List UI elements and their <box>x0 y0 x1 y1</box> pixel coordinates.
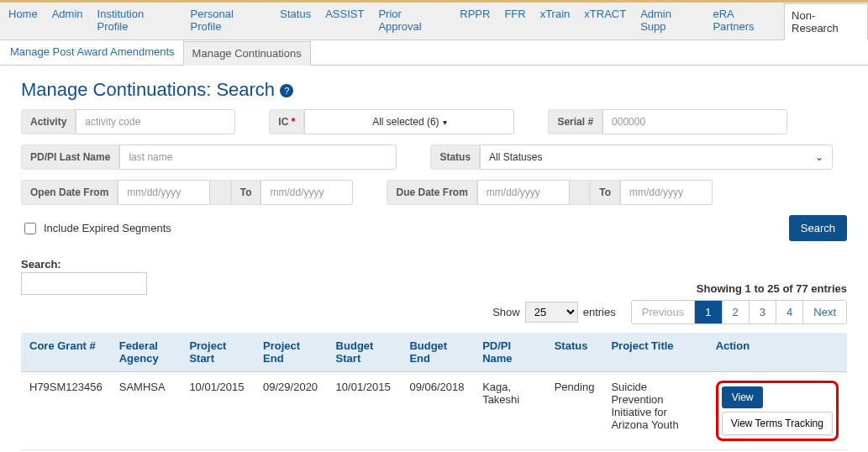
page-size-select[interactable]: 25 <box>525 302 578 323</box>
search-button[interactable]: Search <box>789 215 847 241</box>
top-tab-assist[interactable]: ASSIST <box>318 3 371 39</box>
sub-tabs: Manage Post Award AmendmentsManage Conti… <box>0 40 868 66</box>
top-tab-xtrain[interactable]: xTrain <box>534 3 578 39</box>
col-project-start[interactable]: Project Start <box>181 333 255 372</box>
top-tab-personal-profile[interactable]: Personal Profile <box>184 3 274 39</box>
include-expired-text: Include Expired Segments <box>44 222 171 234</box>
local-search-label: Search: <box>21 258 147 271</box>
col-project-title[interactable]: Project Title <box>602 333 707 372</box>
col-action[interactable]: Action <box>708 333 847 372</box>
serial-input[interactable] <box>602 109 787 134</box>
calendar-icon[interactable] <box>210 180 230 205</box>
ic-dropdown[interactable]: All selected (6) <box>304 109 514 134</box>
pagination-page-1[interactable]: 1 <box>695 301 722 323</box>
calendar-icon[interactable] <box>570 180 590 205</box>
top-tab-admin[interactable]: Admin <box>45 3 91 39</box>
top-tab-institution-profile[interactable]: Institution Profile <box>91 3 184 39</box>
cell: SAMHSA <box>111 372 181 450</box>
pagination: Previous1234Next <box>631 300 847 324</box>
view-button[interactable]: View <box>722 386 764 408</box>
pagination-previous[interactable]: Previous <box>632 301 696 323</box>
cell: H79SM123456 <box>21 372 111 450</box>
status-label: Status <box>430 145 480 170</box>
top-tab-rppr[interactable]: RPPR <box>453 3 497 39</box>
top-tab-prior-approval[interactable]: Prior Approval <box>371 3 453 39</box>
activity-input[interactable] <box>76 109 235 134</box>
cell: 09/06/2018 <box>401 372 474 450</box>
cell: Suicide Prevention Initiative for Arizon… <box>602 372 707 450</box>
cell: Kaga, Takeshi <box>474 372 546 450</box>
pdpi-label: PD/PI Last Name <box>21 145 119 170</box>
pagination-next[interactable]: Next <box>803 301 846 323</box>
due-date-to-input[interactable] <box>620 180 713 205</box>
page-title: Manage Continuations: Search ? <box>21 79 847 101</box>
help-icon[interactable]: ? <box>280 84 293 97</box>
pagination-page-3[interactable]: 3 <box>750 301 776 323</box>
due-date-from-label: Due Date From <box>387 180 476 205</box>
cell: Pending <box>546 372 603 450</box>
top-tab-xtract[interactable]: xTRACT <box>577 3 634 39</box>
action-cell: ViewView Terms Tracking <box>708 372 847 450</box>
top-tab-ffr[interactable]: FFR <box>497 3 533 39</box>
include-expired-checkbox[interactable] <box>24 223 36 234</box>
due-date-from-input[interactable] <box>477 180 570 205</box>
col-project-end[interactable]: Project End <box>255 333 328 372</box>
col-federal-agency[interactable]: Federal Agency <box>111 333 181 372</box>
cell: 09/29/2020 <box>255 372 328 450</box>
show-label: Show <box>492 306 520 318</box>
status-selected-value: All Statuses <box>489 151 542 163</box>
col-budget-end[interactable]: Budget End <box>401 333 474 372</box>
results-summary: Showing 1 to 25 of 77 entries <box>697 282 847 295</box>
serial-label: Serial # <box>548 109 602 134</box>
col-pd-pi-name[interactable]: PD/PI Name <box>474 333 546 372</box>
action-highlight: ViewView Terms Tracking <box>716 381 839 441</box>
page-title-text: Manage Continuations: Search <box>21 79 275 100</box>
col-budget-start[interactable]: Budget Start <box>328 333 402 372</box>
top-tab-non-research[interactable]: Non-Research <box>784 3 868 40</box>
cell: 10/01/2015 <box>181 372 255 450</box>
ic-label: IC * <box>269 109 304 134</box>
include-expired-checkbox-label[interactable]: Include Expired Segments <box>21 220 171 237</box>
chevron-down-icon: ⌄ <box>815 151 823 163</box>
sub-tab-manage-continuations[interactable]: Manage Continuations <box>183 41 311 66</box>
view-terms-tracking-button[interactable]: View Terms Tracking <box>722 412 833 435</box>
due-date-to-label: To <box>590 180 620 205</box>
pagination-page-4[interactable]: 4 <box>776 301 803 323</box>
top-tab-admin-supp[interactable]: Admin Supp <box>634 3 706 39</box>
open-date-from-label: Open Date From <box>21 180 118 205</box>
top-tab-era-partners[interactable]: eRA Partners <box>706 3 784 39</box>
local-search-input[interactable] <box>21 272 147 295</box>
results-table: Core Grant #Federal AgencyProject StartP… <box>21 333 847 452</box>
col-core-grant-[interactable]: Core Grant # <box>21 333 111 372</box>
open-date-to-label: To <box>231 180 261 205</box>
col-status[interactable]: Status <box>546 333 603 372</box>
cell: 10/01/2015 <box>328 372 402 450</box>
status-select[interactable]: All Statuses ⌄ <box>480 145 833 170</box>
table-row: H79SM123456SAMHSA10/01/201509/29/202010/… <box>21 372 847 450</box>
top-tab-status[interactable]: Status <box>273 3 318 39</box>
pdpi-lastname-input[interactable] <box>119 145 397 170</box>
sub-tab-manage-post-award-amendments[interactable]: Manage Post Award Amendments <box>2 40 183 65</box>
activity-label: Activity <box>21 109 76 134</box>
open-date-to-input[interactable] <box>260 180 353 205</box>
search-form: Activity IC * All selected (6) Serial # … <box>21 109 847 205</box>
ic-selected-value: All selected (6) <box>372 116 439 128</box>
top-tabs: HomeAdminInstitution ProfilePersonal Pro… <box>0 0 868 40</box>
entries-label: entries <box>583 306 616 318</box>
top-tab-home[interactable]: Home <box>2 3 45 39</box>
pagination-page-2[interactable]: 2 <box>723 301 750 323</box>
chevron-down-icon <box>443 116 447 128</box>
open-date-from-input[interactable] <box>118 180 210 205</box>
